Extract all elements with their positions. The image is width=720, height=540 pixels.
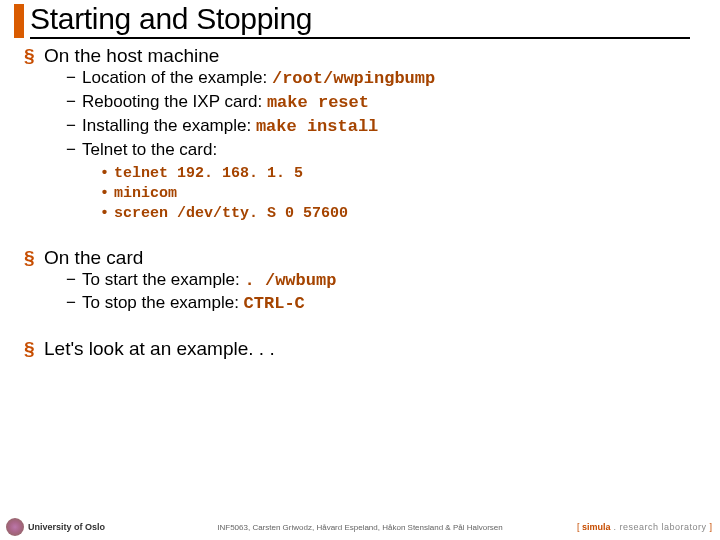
section-host: On the host machine Location of the exam… xyxy=(20,45,720,225)
item-code: make install xyxy=(256,117,378,136)
spacer xyxy=(20,320,720,338)
simula-rest: . research laboratory xyxy=(610,522,709,532)
sub-item: telnet 192. 168. 1. 5 xyxy=(100,164,720,184)
section-card: On the card To start the example: . /wwb… xyxy=(20,247,720,317)
footer: University of Oslo INF5063, Carsten Griw… xyxy=(0,514,720,536)
slide-body: On the host machine Location of the exam… xyxy=(0,39,720,360)
bracket-close: ] xyxy=(709,522,712,532)
title-accent-bar xyxy=(14,4,24,38)
list-item: Installing the example: make install xyxy=(66,115,720,139)
section-heading: Let's look at an example. . . xyxy=(44,338,275,359)
item-text: To stop the example: xyxy=(82,293,244,312)
item-code: . /wwbump xyxy=(245,271,337,290)
list-item: Telnet to the card: telnet 192. 168. 1. … xyxy=(66,139,720,225)
item-text: Location of the example: xyxy=(82,68,272,87)
item-text: Installing the example: xyxy=(82,116,256,135)
item-code: make reset xyxy=(267,93,369,112)
sub-item: screen /dev/tty. S 0 57600 xyxy=(100,204,720,224)
title-area: Starting and Stopping xyxy=(0,0,720,39)
item-text: Rebooting the IXP card: xyxy=(82,92,267,111)
section-heading: On the host machine xyxy=(44,45,219,66)
item-text: Telnet to the card: xyxy=(82,140,217,159)
sub-item: minicom xyxy=(100,184,720,204)
list-item: To start the example: . /wwbump xyxy=(66,269,720,293)
section-heading: On the card xyxy=(44,247,143,268)
section-example: Let's look at an example. . . xyxy=(20,338,720,360)
list-item: Location of the example: /root/wwpingbum… xyxy=(66,67,720,91)
simula-name: simula xyxy=(582,522,611,532)
item-code: /root/wwpingbump xyxy=(272,69,435,88)
list-item: To stop the example: CTRL-C xyxy=(66,292,720,316)
item-text: To start the example: xyxy=(82,270,245,289)
spacer xyxy=(20,229,720,247)
slide-title: Starting and Stopping xyxy=(30,2,690,39)
item-code: CTRL-C xyxy=(244,294,305,313)
simula-logo: [ simula . research laboratory ] xyxy=(577,522,712,532)
slide: Starting and Stopping On the host machin… xyxy=(0,0,720,540)
list-item: Rebooting the IXP card: make reset xyxy=(66,91,720,115)
